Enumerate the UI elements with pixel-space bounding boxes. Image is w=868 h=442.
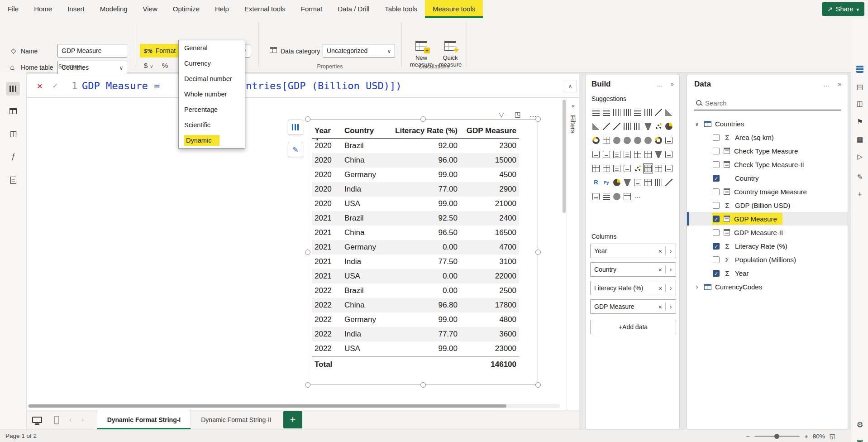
- power-apps-icon[interactable]: [612, 164, 621, 173]
- table-row[interactable]: 2022India77.703600: [312, 327, 519, 341]
- format-option-general[interactable]: General: [179, 40, 245, 56]
- resize-handle[interactable]: [420, 382, 426, 388]
- table-view-button[interactable]: [6, 104, 20, 118]
- clustered-bar-chart-icon[interactable]: [602, 108, 611, 117]
- zoom-in-icon[interactable]: [804, 432, 808, 440]
- clustered-column-chart-icon[interactable]: [623, 108, 632, 117]
- scrollbar-thumb[interactable]: [29, 404, 506, 408]
- resize-handle[interactable]: [535, 116, 541, 122]
- kpi-visual-icon[interactable]: [602, 150, 611, 159]
- menu-item-external-tools[interactable]: External tools: [237, 0, 293, 18]
- table-row[interactable]: 2020India77.002900: [312, 182, 519, 197]
- table-row[interactable]: 2022USA99.0023000: [312, 341, 519, 356]
- currency-symbol-button[interactable]: $: [144, 62, 148, 69]
- donut-chart-icon[interactable]: [591, 136, 601, 145]
- field-row-gdp-measure-ii[interactable]: GDP Measure-II: [687, 226, 848, 239]
- 100-stacked-bar-chart-icon[interactable]: [633, 108, 642, 117]
- table-row[interactable]: 2022China96.8017800: [312, 298, 519, 312]
- more-options-icon[interactable]: [823, 81, 830, 88]
- fit-screen-icon[interactable]: [854, 437, 865, 442]
- gdp-measure-ii-checkbox[interactable]: [713, 229, 720, 236]
- ribbon-chart-icon[interactable]: [623, 122, 632, 131]
- annotate-pane-icon[interactable]: [854, 172, 865, 183]
- pages-pane-icon[interactable]: [854, 98, 865, 109]
- field-row-population-millions[interactable]: Population (Millions): [687, 253, 848, 266]
- expand-filters-icon[interactable]: [567, 101, 579, 110]
- dax-query-view-button[interactable]: [6, 150, 20, 163]
- menu-item-modeling[interactable]: Modeling: [92, 0, 135, 18]
- remove-field-icon[interactable]: [655, 266, 665, 274]
- field-row-gdp-billion-usd[interactable]: GDP (Billion USD): [687, 198, 848, 212]
- stacked-column-chart-icon[interactable]: [612, 108, 621, 117]
- field-row-check-type-measure[interactable]: Check Type Measure: [687, 144, 848, 158]
- format-option-whole-number[interactable]: Whole number: [179, 86, 245, 102]
- share-button[interactable]: Share: [822, 2, 864, 16]
- r-script-visual-icon[interactable]: [591, 178, 601, 187]
- zoom-slider[interactable]: [754, 436, 800, 437]
- field-row-country-image-measure[interactable]: Country Image Measure: [687, 185, 848, 198]
- horizontal-scrollbar[interactable]: [28, 404, 560, 408]
- trophy-visual-icon[interactable]: [591, 192, 601, 201]
- page-tab-dynamic-format-string-ii[interactable]: Dynamic Format String-II: [191, 410, 281, 429]
- more-visuals-icon[interactable]: [633, 192, 642, 201]
- table-row[interactable]: 2022Germany99.004800: [312, 312, 519, 327]
- previous-page-icon[interactable]: [69, 416, 72, 424]
- table-row[interactable]: 2020Brazil92.002300: [312, 139, 519, 153]
- table-row[interactable]: 2022Brazil0.002500: [312, 283, 519, 298]
- well-expand-icon[interactable]: [666, 284, 676, 292]
- field-row-gdp-measure[interactable]: GDP Measure: [687, 212, 848, 226]
- resize-handle[interactable]: [535, 250, 541, 255]
- menu-item-optimize[interactable]: Optimize: [165, 0, 207, 18]
- filled-map-icon[interactable]: [623, 136, 632, 145]
- add-data-button[interactable]: +Add data: [590, 320, 676, 334]
- field-well-literacy-rate[interactable]: Literacy Rate (%): [590, 281, 676, 295]
- key-influencers-icon[interactable]: [633, 164, 642, 173]
- report-view-button[interactable]: [6, 82, 20, 96]
- paginated-report-icon[interactable]: [602, 164, 611, 173]
- population-millions-checkbox[interactable]: [713, 256, 720, 263]
- settings-gear-icon[interactable]: [854, 420, 865, 431]
- table-row[interactable]: 2020China96.0015000: [312, 153, 519, 168]
- line-chart-icon[interactable]: [654, 108, 663, 117]
- field-row-check-type-measure-ii[interactable]: Check Type Measure-II: [687, 158, 848, 171]
- menu-item-insert[interactable]: Insert: [60, 0, 92, 18]
- table-row[interactable]: 2020USA99.0021000: [312, 197, 519, 211]
- resize-handle[interactable]: [305, 116, 310, 122]
- chevron-right-icon[interactable]: [693, 283, 701, 291]
- year-checkbox[interactable]: [713, 270, 720, 277]
- page-visual-icon[interactable]: [623, 192, 632, 201]
- add-pane-icon[interactable]: [854, 189, 865, 200]
- name-input[interactable]: [57, 44, 127, 58]
- bar-visual-3-icon[interactable]: [602, 192, 611, 201]
- chevron-down-icon[interactable]: [693, 120, 701, 128]
- table-row[interactable]: 2021India77.503100: [312, 255, 519, 269]
- literacy-rate-checkbox[interactable]: [713, 243, 720, 250]
- percent-button[interactable]: %: [162, 62, 168, 69]
- menu-item-file[interactable]: File: [0, 0, 26, 18]
- zoom-slider-thumb[interactable]: [774, 434, 779, 439]
- menu-item-measure-tools[interactable]: Measure tools: [425, 0, 483, 18]
- data-category-dropdown[interactable]: Uncategorized: [323, 44, 395, 58]
- remove-field-icon[interactable]: [655, 247, 665, 255]
- remove-field-icon[interactable]: [655, 284, 665, 292]
- format-option-dynamic[interactable]: Dynamic: [179, 133, 245, 148]
- gdp-billion-usd-checkbox[interactable]: [713, 202, 720, 209]
- smart-narrative-icon[interactable]: [623, 164, 632, 173]
- formula-bar-collapse-icon[interactable]: [564, 80, 577, 92]
- table-row[interactable]: 2021Brazil92.502400: [312, 211, 519, 226]
- table-row[interactable]: 2021Germany0.004700: [312, 240, 519, 255]
- format-option-scientific[interactable]: Scientific: [179, 117, 245, 133]
- page-tab-dynamic-format-string-i[interactable]: Dynamic Format String-I: [97, 410, 191, 429]
- stacked-area-chart-icon[interactable]: [591, 122, 601, 131]
- well-expand-icon[interactable]: [666, 247, 676, 255]
- collapse-pane-icon[interactable]: [671, 81, 674, 87]
- area-sq-km-checkbox[interactable]: [713, 134, 720, 141]
- table-row-countries[interactable]: Countries: [687, 117, 848, 130]
- table-row[interactable]: 2020Germany99.004500: [312, 168, 519, 182]
- matrix-visual-2-icon[interactable]: [654, 164, 663, 173]
- more-options-icon[interactable]: [657, 81, 663, 88]
- scatter-chart-icon[interactable]: [654, 122, 663, 131]
- shape-map-icon[interactable]: [633, 136, 642, 145]
- table-visual[interactable]: YearCountryLiteracy Rate (%)GDP Measure …: [308, 119, 538, 385]
- zoom-out-icon[interactable]: [746, 432, 750, 440]
